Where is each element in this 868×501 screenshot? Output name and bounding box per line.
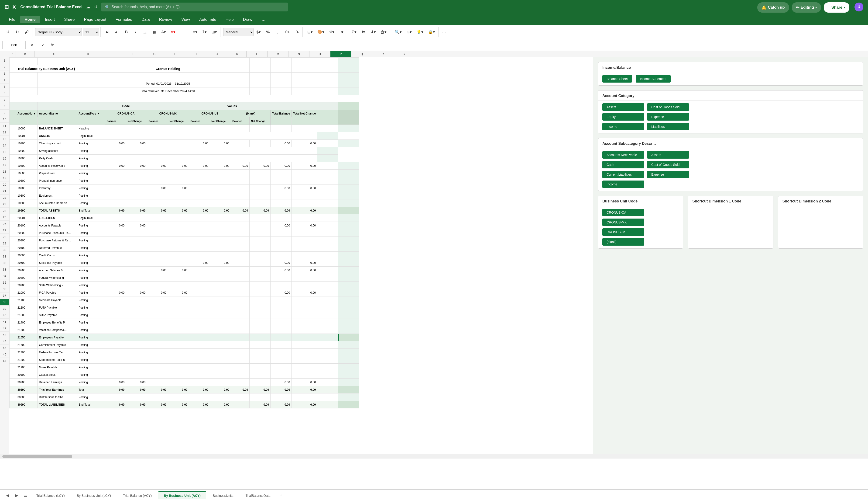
cell-r15-k[interactable]: 0.00 [231, 162, 250, 170]
cell-r8-o[interactable] [317, 110, 338, 117]
cell-r9-netchange-mx[interactable]: Net Change [168, 117, 189, 125]
cell-r7-c[interactable] [37, 103, 77, 110]
tab-automate[interactable]: Automate [195, 16, 220, 23]
undo-icon[interactable]: ↺ [94, 4, 98, 10]
cell-r3-h[interactable] [168, 73, 189, 80]
assets-chip[interactable]: Assets [602, 103, 644, 111]
tab-help[interactable]: Help [221, 16, 238, 23]
cronus-us-chip[interactable]: CRONUS-US [602, 228, 644, 236]
cell-r5-d[interactable] [77, 87, 105, 95]
row-num-21[interactable]: 21 [0, 188, 9, 194]
cell-r15-g[interactable]: 0.00 [147, 162, 168, 170]
increase-font-btn[interactable]: A↑ [103, 28, 112, 36]
cell-r12-c[interactable]: Checking account [37, 140, 77, 147]
cell-r10-e[interactable] [105, 125, 126, 132]
search-bar[interactable]: 🔍 Search for tools, help, and more (Alt … [101, 2, 288, 11]
tab-trial-balance-lcy[interactable]: Trial Balance (LCY) [31, 491, 70, 499]
row-num-29[interactable]: 29 [0, 240, 9, 247]
cell-r2-i[interactable] [317, 65, 338, 73]
row-num-33[interactable]: 33 [0, 266, 9, 273]
cancel-formula-btn[interactable]: ✕ [28, 41, 36, 49]
equity-chip[interactable]: Equity [602, 113, 644, 120]
col-m[interactable]: M [267, 51, 288, 57]
zoom-btn[interactable]: ⊕▾ [405, 28, 414, 36]
increase-decimal-btn[interactable]: .0+ [283, 28, 292, 36]
row-num-37[interactable]: 37 [0, 292, 9, 299]
cost-goods-sold-chip[interactable]: Cost of Goods Sold [647, 103, 689, 111]
cell-r1-l[interactable] [250, 57, 271, 65]
sort-filter-btn[interactable]: ⇅▾ [327, 28, 336, 36]
col-f[interactable]: F [123, 51, 144, 57]
row-num-22[interactable]: 22 [0, 194, 9, 201]
horizontal-scrollbar[interactable] [0, 454, 868, 459]
save-cloud-icon[interactable]: ☁ [86, 4, 90, 10]
cronus-ca-chip[interactable]: CRONUS-CA [602, 209, 644, 216]
row-num-44[interactable]: 44 [0, 338, 9, 345]
cell-r3-a[interactable] [10, 73, 16, 80]
income-chip[interactable]: Income [602, 123, 644, 130]
cell-r12-b[interactable]: 10100 [16, 140, 37, 147]
assets-sub-chip[interactable]: Assets [647, 151, 689, 159]
row-num-2[interactable]: 2 [0, 64, 9, 71]
cell-r11-c[interactable]: ASSETS [37, 132, 77, 140]
cell-r2-p[interactable] [338, 65, 359, 73]
function-btn[interactable]: f▾ [359, 28, 368, 36]
comma-btn[interactable]: , [273, 28, 282, 36]
italic-btn[interactable]: I [131, 28, 140, 36]
row-num-45[interactable]: 45 [0, 345, 9, 351]
cell-r15-o[interactable] [317, 162, 338, 170]
cell-r12-i[interactable]: 0.00 [189, 140, 210, 147]
cell-r5-n[interactable] [292, 87, 317, 95]
cell-r3-b[interactable] [16, 73, 37, 80]
cell-r13-b[interactable]: 10200 [16, 147, 37, 154]
cell-r8-total-balance[interactable]: Total Balance [271, 110, 292, 117]
cell-r8-cronus-us[interactable]: CRONUS-US [189, 110, 231, 117]
row-num-10[interactable]: 10 [0, 116, 9, 123]
cell-r2-g[interactable] [271, 65, 292, 73]
cell-r5-l[interactable] [250, 87, 271, 95]
cell-r10-k[interactable] [231, 125, 250, 132]
tab-formulas[interactable]: Formulas [111, 16, 136, 23]
cell-r10-d[interactable]: Heading [77, 125, 105, 132]
cell-r8-accountname[interactable]: AccountName [37, 110, 77, 117]
cell-r7-d[interactable] [77, 103, 105, 110]
undo-btn[interactable]: ↺ [4, 28, 12, 36]
row-num-34[interactable]: 34 [0, 273, 9, 279]
row-num-9[interactable]: 9 [0, 110, 9, 116]
cell-r9-balance-ca[interactable]: Balance [105, 117, 126, 125]
cell-r2-e[interactable] [231, 65, 250, 73]
cell-r10-a[interactable] [10, 125, 16, 132]
cell-r9-b[interactable] [16, 117, 37, 125]
cell-r3-m[interactable] [271, 73, 292, 80]
cell-r1-h[interactable] [168, 57, 189, 65]
cell-r12-k[interactable] [231, 140, 250, 147]
paint-format-btn[interactable]: 🖌 [22, 28, 31, 36]
cell-r4-m[interactable] [271, 80, 292, 87]
cell-r11-rest[interactable] [105, 132, 317, 140]
row-num-16[interactable]: 16 [0, 155, 9, 162]
cell-r9-d[interactable] [77, 117, 105, 125]
cell-r1-d[interactable] [77, 57, 105, 65]
cell-r12-l[interactable] [250, 140, 271, 147]
tab-review[interactable]: Review [155, 16, 176, 23]
cell-r1-a[interactable] [10, 57, 16, 65]
merge-btn[interactable]: ⊞▾ [210, 28, 219, 36]
cell-r15-m[interactable]: 0.00 [271, 162, 292, 170]
cell-r9-a[interactable] [10, 117, 16, 125]
tab-menu-icon[interactable]: ☰ [21, 491, 30, 499]
cell-r9-netchange-blank[interactable]: Net Change [250, 117, 271, 125]
cell-r6-a[interactable] [10, 95, 16, 103]
cell-r14-d[interactable]: Posting [77, 154, 105, 162]
conditional-format-btn[interactable]: 🎨▾ [316, 28, 326, 36]
cell-r15-n[interactable]: 0.00 [292, 162, 317, 170]
cell-style-btn[interactable]: □▾ [337, 28, 345, 36]
redo-btn[interactable]: ↻ [13, 28, 21, 36]
row-num-11[interactable]: 11 [0, 123, 9, 129]
tab-view[interactable]: View [177, 16, 194, 23]
cell-r3-g[interactable] [147, 73, 168, 80]
confirm-formula-btn[interactable]: ✓ [39, 41, 47, 49]
row-num-28[interactable]: 28 [0, 234, 9, 240]
cell-r2-a[interactable] [10, 65, 16, 73]
cell-r3-o[interactable] [317, 73, 338, 80]
accounting-btn[interactable]: $▾ [254, 28, 263, 36]
